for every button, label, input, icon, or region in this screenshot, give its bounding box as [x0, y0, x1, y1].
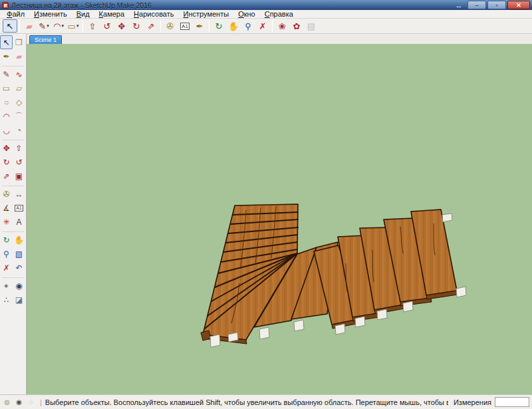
- follow-me-button[interactable]: ↺: [100, 19, 114, 33]
- look-around-button[interactable]: ◉: [13, 279, 25, 293]
- 3d-text-icon: A: [16, 218, 21, 226]
- follow-me-button[interactable]: ↺: [13, 155, 25, 169]
- pan-button[interactable]: ✋: [13, 233, 25, 247]
- title-bar: Лестница на 2й этаж - SketchUp Make 2016…: [0, 0, 532, 10]
- orbit-button[interactable]: ↻: [211, 19, 226, 33]
- status-separator: |: [40, 398, 42, 406]
- rotate-button[interactable]: ↻: [0, 155, 13, 169]
- position-camera-button[interactable]: ⌖: [0, 279, 13, 293]
- pie-button[interactable]: ◔: [13, 123, 25, 137]
- arc-button[interactable]: ◠▾: [51, 19, 66, 33]
- credits-icon[interactable]: ◉: [15, 398, 23, 406]
- orbit-button[interactable]: ↻: [0, 233, 13, 247]
- text-button[interactable]: A1: [13, 201, 25, 215]
- scale-button[interactable]: ⇗: [144, 19, 158, 33]
- zoom-extents-button[interactable]: ✗: [255, 19, 270, 33]
- minimize-button[interactable]: –: [467, 1, 486, 9]
- line-button[interactable]: ✎: [0, 67, 13, 81]
- push-pull-button[interactable]: ⇧: [13, 141, 25, 155]
- stairs-model[interactable]: [27, 44, 532, 394]
- share-model-button[interactable]: ✿: [289, 19, 304, 33]
- rotated-rectangle-button[interactable]: ▱: [13, 81, 25, 95]
- group-separator: [82, 20, 83, 32]
- orbit-icon: ↻: [215, 22, 223, 31]
- line-dropdown-arrow[interactable]: ▾: [47, 23, 49, 29]
- scene-tab[interactable]: Scene 1: [29, 35, 62, 44]
- sign-in-icon[interactable]: ◌: [27, 398, 35, 406]
- zoom-button[interactable]: ⚲: [0, 247, 13, 261]
- move-button[interactable]: ✥: [0, 141, 13, 155]
- two-point-arc-button[interactable]: ⌒: [13, 109, 25, 123]
- tape-measure-button[interactable]: ✇: [163, 19, 178, 33]
- eraser-button[interactable]: ▰: [13, 49, 25, 63]
- paint-bucket-button[interactable]: ✒: [0, 49, 13, 63]
- move-icon: ✥: [118, 22, 126, 31]
- toolbar: ↖▰✎▾◠▾▭▾⇧↺✥↻⇗✇A1✒↻✋⚲✗❀✿▤: [0, 19, 532, 34]
- freehand-button[interactable]: ∿: [13, 67, 25, 81]
- tape-measure-button[interactable]: ✇: [0, 187, 13, 201]
- dimension-button[interactable]: ↔: [13, 187, 25, 201]
- axes-button[interactable]: ✳: [0, 215, 13, 229]
- menu-tools[interactable]: Инструменты: [180, 10, 233, 18]
- rectangle-icon: ▭: [3, 84, 10, 92]
- rotate-icon: ↻: [133, 22, 140, 31]
- menu-view[interactable]: Вид: [72, 10, 94, 18]
- rotate-button[interactable]: ↻: [129, 19, 144, 33]
- menu-camera[interactable]: Камера: [95, 10, 128, 18]
- winder-fan-treads: [201, 204, 298, 344]
- menu-window[interactable]: Окно: [234, 10, 259, 18]
- menu-file[interactable]: Файл: [3, 10, 29, 18]
- pan-button[interactable]: ✋: [226, 19, 241, 33]
- eraser-button[interactable]: ▰: [22, 19, 37, 33]
- move-icon: ✥: [3, 144, 9, 152]
- menu-help[interactable]: Справка: [261, 10, 297, 18]
- viewport-canvas[interactable]: [27, 44, 532, 394]
- zoom-button[interactable]: ⚲: [241, 19, 255, 33]
- make-component-button[interactable]: ❐: [13, 35, 25, 49]
- group-separator: [2, 138, 24, 140]
- freehand-icon: ∿: [15, 70, 22, 78]
- rectangle-button[interactable]: ▭: [0, 81, 13, 95]
- offset-button[interactable]: ▣: [13, 169, 25, 183]
- push-pull-icon: ⇧: [89, 22, 96, 31]
- walk-button[interactable]: ∴: [0, 293, 13, 307]
- zoom-window-button[interactable]: ▧: [13, 247, 25, 261]
- previous-view-button[interactable]: ↶: [13, 261, 25, 275]
- menu-edit[interactable]: Изменить: [30, 10, 71, 18]
- move-button[interactable]: ✥: [114, 19, 129, 33]
- scale-icon: ⇗: [3, 172, 9, 180]
- scale-button[interactable]: ⇗: [0, 169, 13, 183]
- rectangle-dropdown-arrow[interactable]: ▾: [76, 23, 79, 29]
- section-plane-button[interactable]: ◪: [13, 293, 25, 307]
- paint-bucket-icon: ✒: [3, 53, 9, 61]
- measurements-input[interactable]: [495, 397, 529, 407]
- 3d-warehouse-button[interactable]: ❀: [275, 19, 289, 33]
- resize-button[interactable]: ↔: [452, 1, 466, 9]
- window-controls: ↔–▫✕: [452, 1, 530, 9]
- follow-me-icon: ↺: [15, 158, 22, 166]
- polygon-icon: ◇: [16, 98, 22, 106]
- arc-dropdown-arrow[interactable]: ▾: [61, 23, 64, 29]
- close-button[interactable]: ✕: [507, 1, 530, 9]
- arc-button[interactable]: ◠: [0, 109, 13, 123]
- line-button[interactable]: ✎▾: [37, 19, 51, 33]
- line-icon: ✎: [39, 22, 46, 31]
- push-pull-button[interactable]: ⇧: [85, 19, 100, 33]
- paint-bucket-button[interactable]: ✒: [192, 19, 207, 33]
- maximize-button[interactable]: ▫: [487, 1, 506, 9]
- select-button[interactable]: ↖: [3, 19, 17, 33]
- circle-button[interactable]: ○: [0, 95, 13, 109]
- menu-draw[interactable]: Нарисовать: [130, 10, 178, 18]
- 3d-text-button[interactable]: A: [13, 215, 25, 229]
- select-button[interactable]: ↖: [0, 35, 13, 49]
- zoom-extents-button[interactable]: ✗: [0, 261, 13, 275]
- follow-me-icon: ↺: [104, 22, 111, 31]
- rectangle-button[interactable]: ▭▾: [66, 19, 80, 33]
- geolocation-icon[interactable]: ◍: [3, 398, 11, 406]
- position-camera-icon: ⌖: [4, 282, 9, 290]
- three-point-arc-button[interactable]: ◡: [0, 123, 13, 137]
- text-button[interactable]: A1: [178, 19, 192, 33]
- polygon-button[interactable]: ◇: [13, 95, 25, 109]
- protractor-button[interactable]: ∡: [0, 201, 13, 215]
- zoom-icon: ⚲: [245, 22, 251, 31]
